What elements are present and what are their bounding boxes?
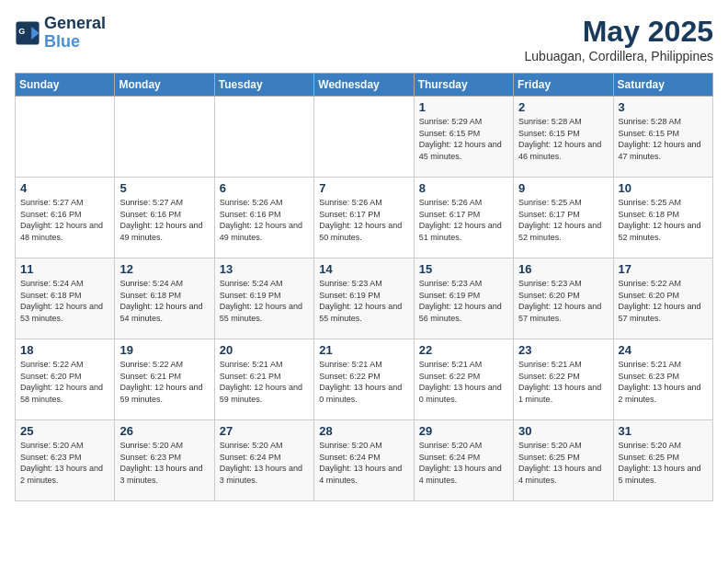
day-cell-5: 5 Sunrise: 5:27 AM Sunset: 6:16 PM Dayli… xyxy=(115,178,214,259)
day-info: Sunrise: 5:20 AM Sunset: 6:24 PM Dayligh… xyxy=(220,440,309,486)
location: Lubuagan, Cordillera, Philippines xyxy=(525,49,713,63)
day-info: Sunrise: 5:26 AM Sunset: 6:17 PM Dayligh… xyxy=(319,197,408,243)
day-number: 21 xyxy=(319,343,408,357)
day-cell-1: 1 Sunrise: 5:29 AM Sunset: 6:15 PM Dayli… xyxy=(414,97,513,178)
day-number: 4 xyxy=(20,181,109,195)
svg-text:G: G xyxy=(18,27,25,36)
day-cell-26: 26 Sunrise: 5:20 AM Sunset: 6:23 PM Dayl… xyxy=(115,420,214,501)
day-number: 19 xyxy=(119,343,209,357)
day-number: 8 xyxy=(419,181,508,195)
day-info: Sunrise: 5:25 AM Sunset: 6:18 PM Dayligh… xyxy=(619,197,708,243)
day-cell-24: 24 Sunrise: 5:21 AM Sunset: 6:23 PM Dayl… xyxy=(613,339,712,420)
day-number: 2 xyxy=(518,100,608,114)
day-number: 22 xyxy=(419,343,508,357)
day-info: Sunrise: 5:27 AM Sunset: 6:16 PM Dayligh… xyxy=(119,197,209,243)
weekday-header-row: SundayMondayTuesdayWednesdayThursdayFrid… xyxy=(16,74,713,97)
day-info: Sunrise: 5:20 AM Sunset: 6:24 PM Dayligh… xyxy=(319,440,408,486)
day-cell-18: 18 Sunrise: 5:22 AM Sunset: 6:20 PM Dayl… xyxy=(16,339,115,420)
week-row-2: 4 Sunrise: 5:27 AM Sunset: 6:16 PM Dayli… xyxy=(16,178,713,259)
logo: G General Blue xyxy=(15,15,106,52)
title-block: May 2025 Lubuagan, Cordillera, Philippin… xyxy=(525,15,713,63)
day-info: Sunrise: 5:22 AM Sunset: 6:21 PM Dayligh… xyxy=(119,359,209,405)
calendar-container: G General Blue May 2025 Lubuagan, Cordil… xyxy=(0,0,728,509)
day-cell-14: 14 Sunrise: 5:23 AM Sunset: 6:19 PM Dayl… xyxy=(314,259,414,339)
day-cell-30: 30 Sunrise: 5:20 AM Sunset: 6:25 PM Dayl… xyxy=(514,420,613,501)
day-info: Sunrise: 5:28 AM Sunset: 6:15 PM Dayligh… xyxy=(518,116,608,162)
day-info: Sunrise: 5:20 AM Sunset: 6:23 PM Dayligh… xyxy=(20,440,109,486)
day-info: Sunrise: 5:21 AM Sunset: 6:22 PM Dayligh… xyxy=(419,359,508,405)
day-number: 13 xyxy=(220,262,309,276)
day-info: Sunrise: 5:24 AM Sunset: 6:18 PM Dayligh… xyxy=(119,278,209,324)
day-number: 29 xyxy=(419,424,508,438)
day-info: Sunrise: 5:26 AM Sunset: 6:16 PM Dayligh… xyxy=(220,197,309,243)
day-info: Sunrise: 5:20 AM Sunset: 6:25 PM Dayligh… xyxy=(619,440,708,486)
weekday-header-wednesday: Wednesday xyxy=(314,74,414,97)
weekday-header-sunday: Sunday xyxy=(16,74,115,97)
day-number: 31 xyxy=(619,424,708,438)
weekday-header-thursday: Thursday xyxy=(414,74,513,97)
day-cell-31: 31 Sunrise: 5:20 AM Sunset: 6:25 PM Dayl… xyxy=(613,420,712,501)
day-info: Sunrise: 5:26 AM Sunset: 6:17 PM Dayligh… xyxy=(419,197,508,243)
week-row-3: 11 Sunrise: 5:24 AM Sunset: 6:18 PM Dayl… xyxy=(16,259,713,339)
day-info: Sunrise: 5:23 AM Sunset: 6:20 PM Dayligh… xyxy=(518,278,608,324)
weekday-header-tuesday: Tuesday xyxy=(214,74,313,97)
day-cell-empty-0-2 xyxy=(214,97,313,178)
day-info: Sunrise: 5:22 AM Sunset: 6:20 PM Dayligh… xyxy=(20,359,109,405)
day-number: 11 xyxy=(20,262,109,276)
day-cell-empty-0-3 xyxy=(314,97,414,178)
day-cell-6: 6 Sunrise: 5:26 AM Sunset: 6:16 PM Dayli… xyxy=(214,178,313,259)
day-cell-2: 2 Sunrise: 5:28 AM Sunset: 6:15 PM Dayli… xyxy=(514,97,613,178)
day-number: 28 xyxy=(319,424,408,438)
day-info: Sunrise: 5:20 AM Sunset: 6:25 PM Dayligh… xyxy=(518,440,608,486)
day-info: Sunrise: 5:24 AM Sunset: 6:19 PM Dayligh… xyxy=(220,278,309,324)
day-info: Sunrise: 5:27 AM Sunset: 6:16 PM Dayligh… xyxy=(20,197,109,243)
day-number: 16 xyxy=(518,262,608,276)
day-cell-21: 21 Sunrise: 5:21 AM Sunset: 6:22 PM Dayl… xyxy=(314,339,414,420)
day-info: Sunrise: 5:23 AM Sunset: 6:19 PM Dayligh… xyxy=(319,278,408,324)
week-row-5: 25 Sunrise: 5:20 AM Sunset: 6:23 PM Dayl… xyxy=(16,420,713,501)
day-info: Sunrise: 5:22 AM Sunset: 6:20 PM Dayligh… xyxy=(619,278,708,324)
day-number: 14 xyxy=(319,262,408,276)
day-cell-4: 4 Sunrise: 5:27 AM Sunset: 6:16 PM Dayli… xyxy=(16,178,115,259)
week-row-1: 1 Sunrise: 5:29 AM Sunset: 6:15 PM Dayli… xyxy=(16,97,713,178)
day-cell-13: 13 Sunrise: 5:24 AM Sunset: 6:19 PM Dayl… xyxy=(214,259,313,339)
day-cell-20: 20 Sunrise: 5:21 AM Sunset: 6:21 PM Dayl… xyxy=(214,339,313,420)
day-number: 17 xyxy=(619,262,708,276)
day-info: Sunrise: 5:23 AM Sunset: 6:19 PM Dayligh… xyxy=(419,278,508,324)
day-info: Sunrise: 5:29 AM Sunset: 6:15 PM Dayligh… xyxy=(419,116,508,162)
day-number: 25 xyxy=(20,424,109,438)
day-cell-28: 28 Sunrise: 5:20 AM Sunset: 6:24 PM Dayl… xyxy=(314,420,414,501)
day-number: 27 xyxy=(220,424,309,438)
day-cell-empty-0-0 xyxy=(16,97,115,178)
logo-text: General Blue xyxy=(44,15,106,52)
day-info: Sunrise: 5:20 AM Sunset: 6:24 PM Dayligh… xyxy=(419,440,508,486)
day-number: 24 xyxy=(619,343,708,357)
day-cell-25: 25 Sunrise: 5:20 AM Sunset: 6:23 PM Dayl… xyxy=(16,420,115,501)
day-info: Sunrise: 5:21 AM Sunset: 6:22 PM Dayligh… xyxy=(319,359,408,405)
day-cell-12: 12 Sunrise: 5:24 AM Sunset: 6:18 PM Dayl… xyxy=(115,259,214,339)
day-number: 9 xyxy=(518,181,608,195)
day-number: 3 xyxy=(619,100,708,114)
day-number: 23 xyxy=(518,343,608,357)
weekday-header-friday: Friday xyxy=(514,74,613,97)
day-cell-19: 19 Sunrise: 5:22 AM Sunset: 6:21 PM Dayl… xyxy=(115,339,214,420)
day-cell-23: 23 Sunrise: 5:21 AM Sunset: 6:22 PM Dayl… xyxy=(514,339,613,420)
day-number: 5 xyxy=(119,181,209,195)
day-cell-15: 15 Sunrise: 5:23 AM Sunset: 6:19 PM Dayl… xyxy=(414,259,513,339)
day-info: Sunrise: 5:28 AM Sunset: 6:15 PM Dayligh… xyxy=(619,116,708,162)
day-number: 7 xyxy=(319,181,408,195)
logo-icon: G xyxy=(15,20,40,46)
day-cell-17: 17 Sunrise: 5:22 AM Sunset: 6:20 PM Dayl… xyxy=(613,259,712,339)
day-number: 12 xyxy=(119,262,209,276)
day-number: 30 xyxy=(518,424,608,438)
month-title: May 2025 xyxy=(525,15,713,49)
day-number: 15 xyxy=(419,262,508,276)
day-cell-11: 11 Sunrise: 5:24 AM Sunset: 6:18 PM Dayl… xyxy=(16,259,115,339)
day-cell-3: 3 Sunrise: 5:28 AM Sunset: 6:15 PM Dayli… xyxy=(613,97,712,178)
day-info: Sunrise: 5:21 AM Sunset: 6:23 PM Dayligh… xyxy=(619,359,708,405)
header: G General Blue May 2025 Lubuagan, Cordil… xyxy=(15,15,713,63)
day-number: 1 xyxy=(419,100,508,114)
day-cell-27: 27 Sunrise: 5:20 AM Sunset: 6:24 PM Dayl… xyxy=(214,420,313,501)
day-cell-8: 8 Sunrise: 5:26 AM Sunset: 6:17 PM Dayli… xyxy=(414,178,513,259)
weekday-header-saturday: Saturday xyxy=(613,74,712,97)
